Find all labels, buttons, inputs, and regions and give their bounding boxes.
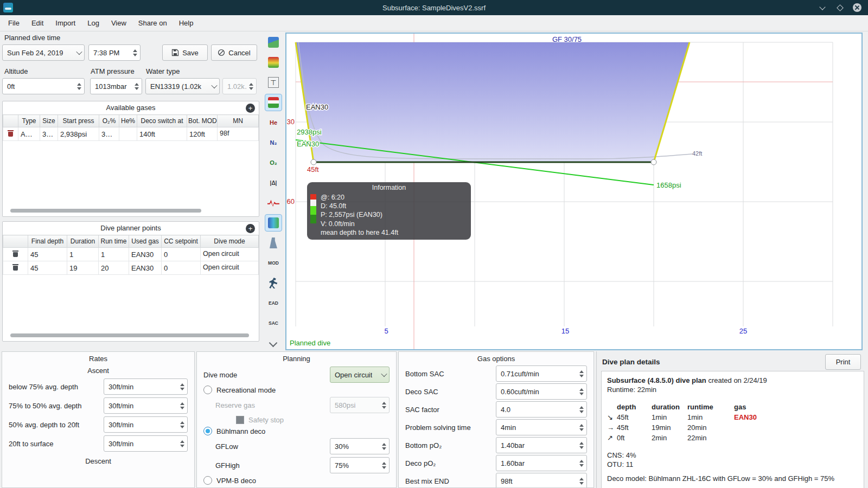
- table-cell[interactable]: 0: [162, 248, 201, 261]
- toolbar-icon-mnd[interactable]: |Δ|: [265, 174, 282, 191]
- gas-option-input[interactable]: 4.0: [496, 401, 587, 418]
- column-header[interactable]: He%: [119, 115, 137, 127]
- table-cell[interactable]: 19: [67, 261, 99, 275]
- column-header[interactable]: Final depth: [28, 235, 67, 248]
- dive-profile-chart[interactable]: GF 30/75 30 60 5 15 25 EAN30 2938psi EAN…: [285, 33, 863, 350]
- table-cell[interactable]: 20: [99, 261, 129, 275]
- shade-window-icon[interactable]: [818, 3, 827, 12]
- column-header[interactable]: Size: [40, 115, 58, 127]
- menu-item[interactable]: Log: [81, 15, 105, 31]
- spinner-arrows-icon[interactable]: [132, 83, 142, 90]
- rate-input[interactable]: 30ft/min: [104, 397, 188, 414]
- table-cell[interactable]: 2,938psi: [58, 127, 99, 141]
- atm-pressure-input[interactable]: 1013mbar: [90, 78, 142, 94]
- horizontal-scrollbar[interactable]: [10, 333, 249, 337]
- spinner-arrows-icon[interactable]: [577, 442, 586, 449]
- toolbar-icon-sac[interactable]: SAC: [265, 314, 282, 332]
- spinner-arrows-icon[interactable]: [74, 83, 84, 90]
- spinner-arrows-icon[interactable]: [577, 460, 586, 467]
- gflow-input[interactable]: 30%: [330, 438, 390, 454]
- column-header[interactable]: Used gas: [129, 235, 162, 248]
- collapse-toolbar-icon[interactable]: [268, 339, 279, 347]
- buhlmann-deco-radio[interactable]: [203, 427, 212, 435]
- table-cell[interactable]: 3…: [40, 127, 58, 141]
- toolbar-icon-heart-rate[interactable]: [265, 194, 282, 211]
- spinner-arrows-icon[interactable]: [379, 462, 389, 469]
- table-cell[interactable]: 45: [28, 261, 67, 275]
- table-cell[interactable]: Open circuit: [201, 261, 259, 275]
- menu-item[interactable]: Edit: [25, 15, 49, 31]
- table-cell[interactable]: 120ft: [187, 127, 218, 141]
- spinner-arrows-icon[interactable]: [379, 443, 389, 450]
- maximize-window-icon[interactable]: [835, 3, 844, 12]
- menu-item[interactable]: Share on: [132, 15, 173, 31]
- profile-handle[interactable]: [651, 159, 656, 165]
- save-button[interactable]: Save: [162, 44, 208, 61]
- gas-option-input[interactable]: 1.40bar: [496, 437, 587, 453]
- spinner-arrows-icon[interactable]: [577, 424, 586, 431]
- profile-info-tooltip[interactable]: Information @: 6:20D: 45.0ftP: 2,557psi …: [307, 182, 471, 240]
- table-cell[interactable]: EAN30: [129, 248, 162, 261]
- spinner-arrows-icon[interactable]: [177, 440, 187, 447]
- column-header[interactable]: Dive mode: [201, 235, 259, 248]
- table-cell[interactable]: 45: [28, 248, 67, 261]
- toolbar-icon-pp-nitrogen[interactable]: N₂: [265, 134, 282, 151]
- column-header[interactable]: Start press: [58, 115, 99, 127]
- gas-option-input[interactable]: 0.60cuft/min: [496, 383, 587, 400]
- menu-item[interactable]: Help: [173, 15, 200, 31]
- gas-option-input[interactable]: 4min: [496, 419, 587, 435]
- spinner-arrows-icon[interactable]: [577, 406, 586, 413]
- spinner-arrows-icon[interactable]: [177, 421, 187, 428]
- spinner-arrows-icon[interactable]: [177, 402, 187, 409]
- spinner-arrows-icon[interactable]: [130, 49, 140, 56]
- title-bar[interactable]: Subsurface: SampleDivesV2.ssrf: [0, 0, 868, 15]
- gfhigh-input[interactable]: 75%: [330, 457, 390, 473]
- menu-item[interactable]: Import: [49, 15, 81, 31]
- delete-row-icon[interactable]: [12, 264, 18, 271]
- toolbar-icon-tissues[interactable]: [265, 214, 282, 232]
- horizontal-scrollbar[interactable]: [10, 209, 201, 213]
- toolbar-icon-ruler[interactable]: ⊤: [265, 74, 282, 91]
- spinner-arrows-icon[interactable]: [577, 370, 586, 377]
- rate-input[interactable]: 30ft/min: [104, 378, 188, 395]
- delete-row-icon[interactable]: [12, 250, 18, 257]
- column-header[interactable]: O₂%: [99, 115, 119, 127]
- gas-option-input[interactable]: 98ft: [496, 473, 587, 488]
- table-cell[interactable]: 1: [67, 248, 99, 261]
- cancel-button[interactable]: Cancel: [211, 44, 257, 61]
- gas-option-input[interactable]: 0.71cuft/min: [496, 365, 587, 382]
- toolbar-icon-ceiling[interactable]: [265, 94, 282, 111]
- menu-item[interactable]: View: [105, 15, 132, 31]
- table-cell[interactable]: 98f: [218, 127, 259, 141]
- dive-date-select[interactable]: Sun Feb 24, 2019: [2, 44, 85, 61]
- delete-row-icon[interactable]: [8, 130, 14, 137]
- column-header[interactable]: Type: [18, 115, 40, 127]
- table-cell[interactable]: 140ft: [137, 127, 187, 141]
- spinner-arrows-icon[interactable]: [177, 383, 187, 390]
- rate-input[interactable]: 30ft/min: [104, 435, 188, 452]
- table-cell[interactable]: EAN30: [129, 261, 162, 275]
- print-button[interactable]: Print: [825, 354, 861, 370]
- table-cell[interactable]: 0: [162, 261, 201, 275]
- table-cell[interactable]: A…: [18, 127, 40, 141]
- profile-handle[interactable]: [311, 159, 316, 165]
- toolbar-icon-mod[interactable]: MOD: [265, 254, 282, 272]
- toolbar-icon-gas-flask[interactable]: [265, 234, 282, 252]
- toolbar-icon-pressure-gradient[interactable]: [265, 54, 282, 71]
- dive-time-input[interactable]: 7:38 PM: [88, 44, 141, 61]
- column-header[interactable]: Run time: [99, 235, 129, 248]
- recreational-mode-radio[interactable]: [203, 386, 212, 394]
- column-header[interactable]: CC setpoint: [162, 235, 201, 248]
- toolbar-icon-pp-helium[interactable]: He: [265, 114, 282, 131]
- spinner-arrows-icon[interactable]: [577, 388, 586, 395]
- table-cell[interactable]: 1: [99, 248, 129, 261]
- vpmb-deco-radio[interactable]: [203, 476, 212, 485]
- add-point-button[interactable]: [246, 224, 255, 233]
- add-gas-button[interactable]: [246, 104, 255, 113]
- toolbar-icon-scenery[interactable]: [265, 34, 282, 51]
- rate-input[interactable]: 30ft/min: [104, 416, 188, 433]
- column-header[interactable]: Deco switch at: [137, 115, 187, 127]
- altitude-input[interactable]: 0ft: [2, 78, 85, 94]
- toolbar-icon-pp-oxygen[interactable]: O₂: [265, 154, 282, 171]
- column-header[interactable]: MN: [218, 115, 259, 127]
